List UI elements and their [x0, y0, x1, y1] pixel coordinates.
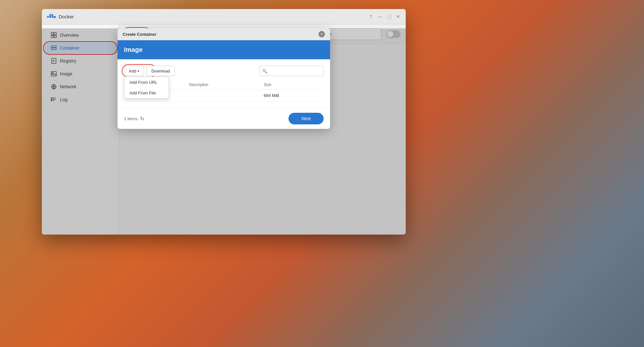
footer-info: 1 items ↻	[124, 116, 144, 122]
col-size: Size	[260, 80, 324, 90]
close-icon[interactable]: ✕	[395, 14, 401, 19]
svg-rect-4	[52, 14, 53, 16]
window-controls: ? — ⬜ ✕	[368, 14, 401, 19]
maximize-icon[interactable]: ⬜	[386, 14, 392, 19]
docker-logo	[47, 12, 56, 21]
modal-footer: 1 items ↻ Next	[119, 108, 330, 129]
app-title: Docker	[59, 14, 368, 19]
next-button[interactable]: Next	[289, 113, 324, 124]
add-button[interactable]: Add	[124, 66, 144, 76]
svg-rect-2	[52, 16, 53, 17]
download-button[interactable]: Download	[147, 66, 175, 76]
add-dropdown-container: Add Add From URL Add From File	[124, 66, 144, 76]
app-window: Docker ? — ⬜ ✕ Overview	[42, 9, 406, 235]
modal-body: Add Add From URL Add From File Download …	[119, 59, 330, 108]
svg-rect-1	[49, 16, 51, 17]
help-icon[interactable]: ?	[368, 14, 374, 19]
refresh-icon[interactable]: ↻	[140, 116, 144, 122]
image-search-icon: 🔍	[262, 69, 267, 73]
app-body: Overview Container Registry	[42, 24, 406, 235]
add-from-file-item[interactable]: Add From File	[124, 88, 169, 98]
row-description	[185, 90, 260, 101]
create-container-modal: Create Container × Image Add	[119, 28, 330, 129]
image-search-input[interactable]	[269, 69, 321, 73]
modal-title-text: Create Container	[123, 32, 156, 37]
modal-close-button[interactable]: ×	[318, 31, 325, 37]
row-size: 684 MiB	[260, 90, 324, 101]
items-count: 1 items	[124, 116, 137, 121]
svg-rect-0	[47, 16, 49, 17]
modal-title-bar: Create Container ×	[119, 28, 330, 40]
modal-overlay: Create Container × Image Add	[119, 28, 406, 235]
add-dropdown-menu: Add From URL Add From File	[124, 77, 169, 99]
main-panel: Create Details Edit Action Settings 🔍 Cr…	[119, 24, 406, 235]
modal-header: Image	[119, 40, 330, 59]
svg-rect-3	[49, 14, 51, 16]
add-from-url-item[interactable]: Add From URL	[124, 77, 169, 88]
modal-section-title: Image	[124, 46, 143, 53]
title-bar: Docker ? — ⬜ ✕	[42, 9, 406, 24]
image-search-bar: 🔍	[259, 66, 324, 76]
minimize-icon[interactable]: —	[377, 14, 383, 19]
image-toolbar: Add Add From URL Add From File Download …	[124, 66, 324, 76]
col-description: Description	[185, 80, 260, 90]
